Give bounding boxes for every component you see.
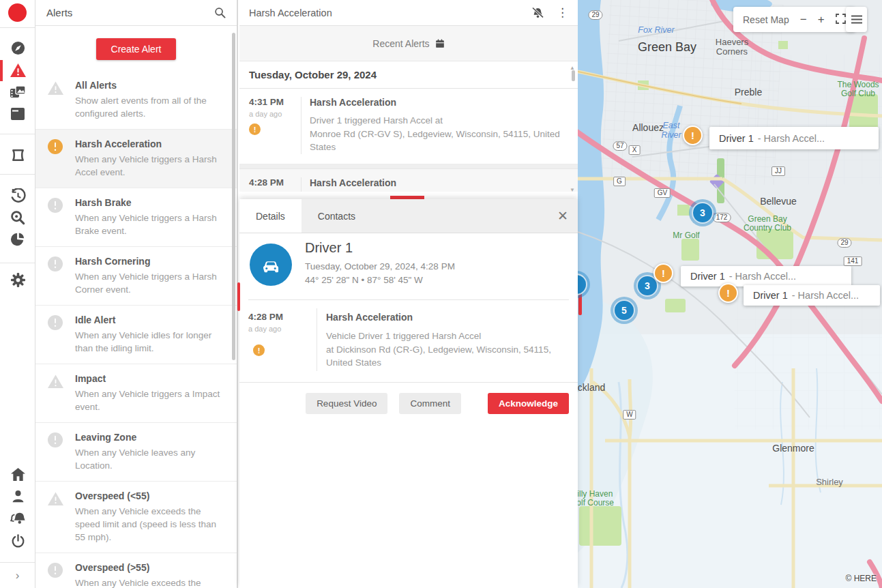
nav-dashboard-button[interactable] xyxy=(9,39,27,57)
alert-type-text: Overspeed (<55) When any Vehicle exceeds… xyxy=(75,490,222,544)
comment-button[interactable]: Comment xyxy=(399,393,461,414)
alert-type-title: Harsh Cornering xyxy=(75,256,222,267)
map-place-label: Hilly HavenGolf Course xyxy=(578,490,614,508)
entry-content: Harsh Acceleration Driver 1 triggered Ha… xyxy=(301,97,568,154)
alert-type-text: All Alerts Show alert events from all of… xyxy=(75,80,222,120)
alert-type-icon-wrap xyxy=(35,373,75,413)
map-canvas[interactable]: Fox RiverGreen BayHaeversCornersPrebleAl… xyxy=(578,0,882,588)
map-layers-menu-button[interactable] xyxy=(846,7,867,32)
map-warning-marker[interactable]: ! xyxy=(718,283,738,303)
nav-account-button[interactable] xyxy=(9,487,27,505)
alert-type-text: Overspeed (>55) When any Vehicle exceeds… xyxy=(75,562,222,588)
tab-details[interactable]: Details xyxy=(239,199,302,233)
map-warning-marker[interactable]: ! xyxy=(653,263,673,283)
nav-media-button[interactable] xyxy=(9,83,27,101)
search-icon[interactable] xyxy=(214,7,226,18)
fullscreen-icon xyxy=(836,14,846,24)
entry-time-column: 4:28 PM a day ago xyxy=(249,177,301,192)
request-video-button[interactable]: Request Video xyxy=(306,393,387,414)
road-shield: 57 xyxy=(613,141,627,151)
alert-type-item[interactable]: Harsh Cornering When any Vehicle trigger… xyxy=(35,247,237,306)
alerts-scrollbar-thumb[interactable] xyxy=(232,33,235,360)
map-place-label: Bellevue xyxy=(760,196,797,206)
warning-circle-icon xyxy=(48,432,63,447)
map-alert-tooltip[interactable]: Driver 1- Harsh Accel... xyxy=(744,285,880,306)
nav-find-button[interactable] xyxy=(9,209,27,226)
fullscreen-button[interactable] xyxy=(836,14,846,26)
create-alert-button[interactable]: Create Alert xyxy=(96,38,177,60)
nav-geofence-button[interactable] xyxy=(9,146,27,164)
alert-type-title: Harsh Acceleration xyxy=(75,138,222,149)
nav-logout-button[interactable] xyxy=(9,532,27,550)
nav-notifications-button[interactable] xyxy=(9,510,27,527)
search-location-icon xyxy=(10,210,25,225)
warning-circle-icon xyxy=(48,256,63,271)
zoom-out-button[interactable]: − xyxy=(800,14,807,25)
entry-title: Harsh Acceleration xyxy=(310,97,568,108)
app-logo[interactable] xyxy=(8,3,27,22)
tab-contacts[interactable]: Contacts xyxy=(302,199,372,233)
alert-type-item[interactable]: Impact When any Vehicle triggers a Impac… xyxy=(35,364,237,423)
recent-alerts-bar[interactable]: Recent Alerts xyxy=(239,26,578,61)
alert-details-panel: Details Contacts ✕ Driver 1 Tuesday, Oct… xyxy=(239,199,578,588)
feed-menu-button[interactable]: ⋮ xyxy=(557,7,568,18)
road-shield: X xyxy=(629,145,641,155)
collapse-rail-button[interactable]: › xyxy=(0,562,35,588)
alert-type-item[interactable]: Leaving Zone When any Vehicle leaves any… xyxy=(35,423,237,482)
close-icon[interactable]: ✕ xyxy=(557,208,568,224)
acknowledge-button[interactable]: Acknowledge xyxy=(488,393,569,414)
detail-entry-time: 4:28 PM xyxy=(248,312,283,322)
alert-type-item[interactable]: Overspeed (>55) When any Vehicle exceeds… xyxy=(35,553,237,588)
entry-time-column: 4:31 PM a day ago ! xyxy=(249,97,301,154)
nav-history-button[interactable] xyxy=(9,187,27,205)
map-warning-marker[interactable]: ! xyxy=(683,126,703,145)
map-cluster-marker[interactable]: 3 xyxy=(692,202,714,224)
alert-type-description: When any Vehicle triggers a Harsh Accel … xyxy=(75,153,222,179)
alert-type-text: Harsh Acceleration When any Vehicle trig… xyxy=(75,138,222,179)
map-control-bar: Reset Map − + xyxy=(733,7,855,32)
map-alert-tooltip[interactable]: Driver 1- Harsh Accel... xyxy=(709,127,879,149)
warning-circle-icon xyxy=(48,315,63,330)
alert-type-item[interactable]: Harsh Brake When any Vehicle triggers a … xyxy=(35,188,237,247)
feed-gap xyxy=(239,164,578,169)
driver-avatar xyxy=(250,244,292,286)
active-nav-indicator xyxy=(0,60,3,81)
scroll-down-icon[interactable]: ▼ xyxy=(570,187,575,193)
mute-alert-button[interactable] xyxy=(531,7,544,19)
nav-alerts-button[interactable] xyxy=(9,61,27,79)
detail-entry-title: Harsh Acceleration xyxy=(326,312,413,323)
alert-type-item[interactable]: Overspeed (<55) When any Vehicle exceeds… xyxy=(35,482,237,553)
reset-map-button[interactable]: Reset Map xyxy=(743,14,789,25)
nav-settings-button[interactable] xyxy=(9,271,27,289)
map-alert-tooltip[interactable]: Driver 1- Harsh Accel... xyxy=(681,266,851,286)
alerts-panel-title: Alerts xyxy=(46,7,214,18)
alert-type-scroll[interactable]: Create Alert All Alerts Show alert event… xyxy=(35,26,237,588)
alert-type-item[interactable]: Idle Alert When any Vehicle idles for lo… xyxy=(35,306,237,364)
alert-type-description: When any Vehicle triggers a Harsh Corner… xyxy=(75,270,222,296)
details-tabbar: Details Contacts ✕ xyxy=(239,199,578,233)
alert-type-item[interactable]: Harsh Acceleration When any Vehicle trig… xyxy=(35,130,237,188)
map-place-label: ckland xyxy=(578,383,605,392)
alert-feed-panel: Harsh Acceleration ⋮ Recent Alerts Tuesd… xyxy=(239,0,578,588)
map-cluster-marker[interactable]: 5 xyxy=(613,299,635,321)
feed-date-header: Tuesday, October 29, 2024 xyxy=(239,61,578,89)
road-shield: 29 xyxy=(837,238,851,248)
nav-reports-button[interactable] xyxy=(9,231,27,248)
nav-window-button[interactable] xyxy=(9,105,27,123)
alert-type-item[interactable]: All Alerts Show alert events from all of… xyxy=(35,71,237,130)
alert-type-description: When any Vehicle idles for longer than t… xyxy=(75,329,222,355)
feed-entry[interactable]: 4:28 PM a day ago Harsh Acceleration xyxy=(239,169,578,192)
nav-home-button[interactable] xyxy=(9,465,27,483)
alert-type-icon-wrap xyxy=(35,256,75,296)
feed-scrollbar-thumb[interactable] xyxy=(572,70,575,81)
feed-header: Harsh Acceleration ⋮ xyxy=(239,0,578,26)
bells-icon xyxy=(10,511,26,526)
alert-type-icon-wrap xyxy=(35,562,75,588)
detail-entry-description: Vehicle Driver 1 triggered Harsh Accel a… xyxy=(326,329,551,370)
driver-name: Driver 1 xyxy=(305,240,353,256)
nav-rail: › xyxy=(0,0,35,588)
entry-time: 4:28 PM xyxy=(249,177,301,188)
media-gallery-icon xyxy=(10,85,26,100)
feed-entry[interactable]: 4:31 PM a day ago ! Harsh Acceleration D… xyxy=(239,89,578,164)
zoom-in-button[interactable]: + xyxy=(818,14,825,25)
